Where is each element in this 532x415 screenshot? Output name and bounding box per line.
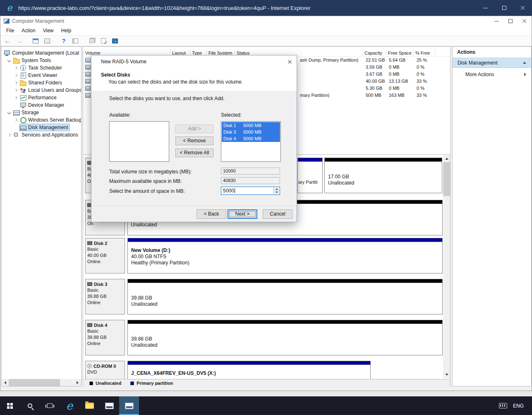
menu-view[interactable]: View [39, 26, 58, 35]
spin-down-icon[interactable] [274, 191, 279, 194]
add-button[interactable]: Add > [175, 125, 213, 133]
scroll-right-button[interactable] [74, 379, 81, 386]
keyboard-icon[interactable] [499, 403, 507, 408]
chevron-down-icon[interactable] [7, 59, 11, 62]
app-maximize-button[interactable] [503, 16, 518, 26]
volume-free-space: 163 MB [389, 92, 405, 99]
disk-label-block[interactable]: Disk 3 Basic 39.88 GB Online [85, 279, 125, 314]
browser-maximize-button[interactable] [495, 0, 513, 16]
app-close-button[interactable] [518, 16, 532, 26]
tree-item-performance[interactable]: Performance [2, 94, 81, 101]
unallocated-bar [128, 279, 442, 283]
tree-horizontal-scrollbar[interactable] [2, 379, 81, 386]
selected-list-item[interactable]: Disk 3 5000 MB [222, 129, 280, 135]
tree-label: Local Users and Groups [28, 87, 81, 94]
partition-box[interactable]: New Volume (D:) 40.00 GB NTFS Healthy (P… [127, 238, 443, 273]
menu-action[interactable]: Action [18, 26, 39, 35]
unallocated-box[interactable]: 39.88 GB Unallocated [127, 279, 443, 314]
column-free-space[interactable]: Free Space [386, 50, 414, 57]
scrollbar-thumb[interactable] [443, 162, 450, 196]
internet-explorer-taskbar-button[interactable] [60, 396, 79, 415]
browser-minimize-button[interactable] [476, 0, 495, 16]
column-percent-free[interactable]: % Free [414, 50, 435, 57]
partition-box-partial[interactable]: ary Partiti [297, 158, 323, 193]
chevron-right-icon[interactable] [7, 133, 11, 137]
tree-item-system-tools[interactable]: System Tools [2, 57, 81, 64]
column-capacity[interactable]: Capacity [363, 50, 386, 57]
remove-all-button[interactable]: < Remove All [175, 149, 213, 157]
forward-icon[interactable] [15, 37, 23, 45]
tree-item-windows-server-backup[interactable]: Windows Server Backup [2, 116, 81, 124]
actions-disk-management[interactable]: Disk Management [453, 58, 531, 68]
start-button[interactable] [0, 396, 20, 415]
tree-item-shared-folders[interactable]: Shared Folders [2, 79, 81, 86]
search-button[interactable] [20, 396, 40, 415]
console-panes-icon[interactable] [71, 37, 79, 45]
cancel-button[interactable]: Cancel [263, 209, 292, 219]
menu-help[interactable]: Help [58, 26, 75, 35]
taskbar-tray: ENG [499, 396, 532, 415]
export-list-icon[interactable] [99, 37, 108, 45]
expand-icon[interactable] [524, 73, 526, 76]
browser-close-button[interactable] [513, 0, 532, 16]
close-icon[interactable] [283, 55, 297, 68]
computer-management-taskbar-button[interactable] [119, 396, 139, 415]
disk-row-disk4[interactable]: Disk 4 Basic 39.88 GB Online 39.88 GB Un… [84, 320, 450, 356]
disk-label-block[interactable]: Disk 4 Basic 39.88 GB Online [85, 320, 125, 355]
scrollbar-thumb[interactable] [9, 379, 60, 386]
chevron-right-icon[interactable] [14, 66, 17, 70]
hard-disk-icon [87, 282, 92, 286]
menu-file[interactable]: File [2, 26, 18, 35]
language-indicator[interactable]: ENG [513, 403, 524, 409]
chevron-right-icon[interactable] [14, 89, 17, 92]
selected-list-item[interactable]: Disk 1 5000 MB [222, 122, 280, 129]
show-console-tree-icon[interactable] [31, 37, 40, 45]
help-icon[interactable] [60, 37, 68, 45]
selected-list-item[interactable]: Disk 4 5000 MB [222, 135, 280, 142]
disk-row-cdrom0[interactable]: CD-ROM 0 DVD J_CENA_X64FREV_EN-US_DV5 (X… [84, 361, 450, 379]
tree-item-storage[interactable]: Storage [2, 109, 81, 116]
chevron-down-icon[interactable] [7, 111, 11, 114]
next-button[interactable]: Next > [228, 209, 257, 219]
unallocated-box[interactable]: 39.88 GB Unallocated [127, 320, 443, 355]
disk-label-block[interactable]: Disk 2 Basic 40.00 GB Online [85, 238, 125, 273]
chevron-right-icon[interactable] [14, 96, 17, 99]
tree-item-computer-management[interactable]: Computer Management (Local [2, 49, 81, 57]
disk-row-disk2[interactable]: Disk 2 Basic 40.00 GB Online New Volume … [84, 238, 450, 274]
remove-button[interactable]: < Remove [175, 137, 213, 145]
file-explorer-taskbar-button[interactable] [79, 396, 99, 415]
selected-list[interactable]: Disk 1 5000 MB Disk 3 5000 MB Disk 4 500… [221, 121, 281, 162]
amount-input[interactable]: 5000 [221, 187, 280, 195]
tree-item-services-and-applications[interactable]: Services and Applications [2, 131, 81, 139]
task-view-button[interactable] [40, 396, 60, 415]
disk-row-disk3[interactable]: Disk 3 Basic 39.88 GB Online 39.88 GB Un… [84, 279, 450, 315]
back-icon[interactable] [3, 37, 12, 45]
scroll-up-button[interactable] [443, 155, 450, 162]
volume-capacity: 22.51 GB [366, 57, 385, 64]
tree-item-event-viewer[interactable]: Event Viewer [2, 72, 81, 79]
tree-item-local-users-and-groups[interactable]: Local Users and Groups [2, 86, 81, 94]
dialog-titlebar[interactable]: New RAID-5 Volume [91, 55, 297, 68]
tree-item-disk-management[interactable]: Disk Management [2, 124, 81, 131]
chevron-right-icon[interactable] [14, 118, 17, 122]
spin-up-icon[interactable] [274, 187, 279, 191]
disk-view-icon[interactable] [111, 37, 119, 45]
partition-box[interactable]: J_CENA_X64FREV_EN-US_DV5 (X:) [127, 361, 371, 379]
collapse-icon[interactable] [523, 62, 526, 64]
tree-item-task-scheduler[interactable]: Task Scheduler [2, 64, 81, 72]
scroll-left-button[interactable] [2, 379, 9, 386]
unallocated-box[interactable]: 17.00 GB Unallocated [324, 158, 442, 193]
more-actions-item[interactable]: More Actions [453, 70, 531, 79]
app-minimize-button[interactable] [489, 16, 503, 26]
chevron-right-icon[interactable] [14, 74, 17, 77]
scroll-down-button[interactable] [443, 371, 450, 378]
available-list[interactable] [109, 121, 169, 162]
action-pane-icon[interactable] [88, 37, 96, 45]
back-button[interactable]: < Back [197, 209, 226, 219]
disk-view-vertical-scrollbar[interactable] [443, 155, 450, 378]
chevron-right-icon[interactable] [14, 81, 17, 84]
properties-icon[interactable] [43, 37, 51, 45]
server-manager-taskbar-button[interactable] [99, 396, 119, 415]
disk-label-block[interactable]: CD-ROM 0 DVD [85, 361, 125, 379]
tree-item-device-manager[interactable]: Device Manager [2, 101, 81, 109]
